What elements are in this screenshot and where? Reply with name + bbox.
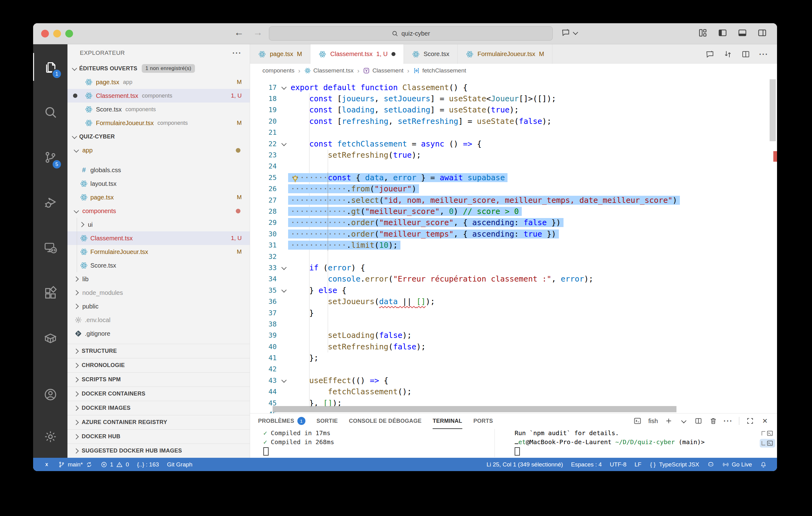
panel-tab-terminal[interactable]: TERMINAL: [433, 413, 462, 429]
lightbulb-icon[interactable]: [291, 174, 300, 183]
tree-item-layout-tsx[interactable]: layout.tsx: [67, 177, 250, 190]
tab-formulairejoueur-tsx[interactable]: FormulaireJoueur.tsxM: [458, 44, 552, 64]
tree-item-page-tsx[interactable]: page.tsxM: [67, 190, 250, 204]
sidebar-section-docker-containers[interactable]: DOCKER CONTAINERS: [67, 386, 250, 401]
status-go-live[interactable]: Go Live: [718, 458, 756, 471]
status-git-branch[interactable]: main*: [54, 458, 96, 471]
activity-remote-explorer[interactable]: [33, 225, 67, 270]
terminal-instance-active[interactable]: [760, 439, 775, 447]
editor-action-more-icon[interactable]: ···: [759, 50, 768, 59]
breadcrumb-classement-tsx[interactable]: Classement.tsx: [304, 67, 354, 74]
fold-gutter[interactable]: [277, 85, 291, 89]
tree-item-public[interactable]: public: [67, 299, 250, 313]
tab-page-tsx[interactable]: page.tsxM: [250, 44, 310, 64]
breadcrumb-fetchclassement[interactable]: fetchClassement: [413, 67, 466, 74]
status-encoding[interactable]: UTF-8: [606, 458, 631, 471]
more-actions-icon[interactable]: ···: [232, 49, 242, 57]
terminal[interactable]: ✓Compiled in 17ms✓Compiled in 268ms Run …: [250, 428, 777, 458]
tree-item-favicon-ico[interactable]: favicon.ico: [67, 157, 250, 163]
tab-score-tsx[interactable]: Score.tsx: [404, 44, 458, 64]
command-center-search[interactable]: quiz-cyber: [269, 26, 553, 40]
open-editor-page-tsx[interactable]: page.tsxappM: [67, 75, 250, 89]
vertical-scrollbar[interactable]: [770, 79, 776, 141]
activity-search[interactable]: [33, 89, 67, 135]
tree-item-node-modules[interactable]: node_modules: [67, 286, 250, 299]
panel-tab-ports[interactable]: PORTS: [473, 413, 493, 429]
status-problems-status[interactable]: 10: [96, 458, 133, 471]
panel-more-icon[interactable]: ···: [724, 417, 732, 425]
tree-item-score-tsx[interactable]: Score.tsx: [67, 259, 250, 272]
status-cursor-position[interactable]: Li 25, Col 1 (349 sélectionné): [483, 458, 567, 471]
code-editor[interactable]: 17export default function Classement() {…: [250, 77, 777, 413]
tree-item-globals-css[interactable]: #globals.css: [67, 163, 250, 177]
panel-tab-debug-console[interactable]: CONSOLE DE DÉBOGAGE: [349, 413, 422, 429]
activity-explorer[interactable]: 1: [33, 44, 67, 89]
panel-close-icon[interactable]: ×: [761, 417, 769, 425]
tree-item-components[interactable]: components: [67, 204, 250, 218]
status-language-mode[interactable]: { }TypeScript JSX: [645, 458, 703, 471]
panel-split-icon[interactable]: [694, 417, 702, 425]
status-copilot-status[interactable]: [703, 458, 718, 471]
fold-gutter[interactable]: [277, 379, 291, 382]
panel-plus-icon[interactable]: [665, 417, 673, 425]
toggle-secondary-sidebar-icon[interactable]: [757, 28, 767, 38]
activity-settings[interactable]: [33, 416, 67, 458]
open-editor-formulairejoueur-tsx[interactable]: FormulaireJoueur.tsxcomponentsM: [67, 116, 250, 130]
toggle-panel-icon[interactable]: [737, 28, 747, 38]
sidebar-section-suggested-docker-hub-images[interactable]: SUGGESTED DOCKER HUB IMAGES: [67, 443, 250, 458]
status-indentation[interactable]: Espaces : 4: [567, 458, 606, 471]
editor-action-chat-icon[interactable]: [705, 50, 715, 59]
toggle-primary-sidebar-icon[interactable]: [718, 28, 727, 38]
tree-item-classement-tsx[interactable]: Classement.tsx1, U: [67, 232, 250, 245]
status-eol[interactable]: LF: [630, 458, 645, 471]
tree-item-lib[interactable]: lib: [67, 272, 250, 286]
sidebar-section-structure[interactable]: STRUCTURE: [67, 344, 250, 358]
editor-action-compare-icon[interactable]: [723, 50, 732, 59]
sidebar-section-docker-hub[interactable]: DOCKER HUB: [67, 429, 250, 443]
zoom-button[interactable]: [65, 30, 73, 37]
activity-source-control[interactable]: 5: [33, 135, 67, 180]
open-editor-score-tsx[interactable]: Score.tsxcomponents: [67, 103, 250, 116]
open-editor-classement-tsx[interactable]: Classement.tsxcomponents1, U: [67, 89, 250, 103]
sidebar-section-azure-container-registry[interactable]: AZURE CONTAINER REGISTRY: [67, 415, 250, 429]
close-button[interactable]: [41, 30, 49, 37]
tree-item-env-local[interactable]: .env.local: [67, 313, 250, 327]
breadcrumb-components[interactable]: components: [262, 67, 295, 74]
tab-classement-tsx[interactable]: Classement.tsx1, U: [310, 44, 404, 64]
sidebar-section-chronologie[interactable]: CHRONOLOGIE: [67, 358, 250, 372]
activity-run-debug[interactable]: [33, 180, 67, 225]
panel-trash-icon[interactable]: [709, 417, 717, 425]
panel-tab-output[interactable]: SORTIE: [317, 413, 338, 429]
editor-action-split-icon[interactable]: [741, 50, 750, 59]
customize-layout-icon[interactable]: [698, 28, 708, 38]
status-remote-indicator[interactable]: [39, 458, 54, 471]
activity-account[interactable]: [33, 374, 67, 416]
minimize-button[interactable]: [53, 30, 61, 37]
tree-item-app[interactable]: app: [67, 143, 250, 157]
panel-tab-problems[interactable]: PROBLÈMES1: [258, 413, 306, 429]
back-icon[interactable]: ←: [234, 27, 244, 38]
tree-item-gitignore[interactable]: .gitignore: [67, 327, 250, 341]
status-notifications[interactable]: [756, 458, 771, 471]
status-git-graph[interactable]: Git Graph: [163, 458, 197, 471]
tree-item-formulairejoueur-tsx[interactable]: FormulaireJoueur.tsxM: [67, 245, 250, 259]
activity-docker[interactable]: [33, 316, 67, 361]
copilot-menu[interactable]: [561, 28, 577, 37]
open-editors-header[interactable]: ÉDITEURS OUVERTS 1 non enregistré(s): [67, 62, 250, 75]
shell-label[interactable]: fish: [648, 417, 658, 425]
breadcrumb-classement[interactable]: Classement: [363, 67, 403, 74]
sidebar-section-docker-images[interactable]: DOCKER IMAGES: [67, 401, 250, 415]
status-todo-counter[interactable]: {..} : 163: [133, 458, 163, 471]
fold-gutter[interactable]: [277, 288, 291, 292]
panel-chevron-down-icon[interactable]: [679, 417, 688, 425]
project-header[interactable]: QUIZ-CYBER: [67, 130, 250, 143]
horizontal-scrollbar[interactable]: [272, 406, 676, 412]
panel-maximize-icon[interactable]: [746, 417, 754, 425]
terminal-instance[interactable]: [760, 429, 775, 438]
activity-extensions[interactable]: [33, 270, 67, 316]
tree-item-ui[interactable]: ui: [67, 218, 250, 232]
terminal-split-divider[interactable]: [494, 429, 495, 457]
fold-gutter[interactable]: [277, 266, 291, 269]
fold-gutter[interactable]: [277, 142, 291, 145]
sidebar-section-scripts-npm[interactable]: SCRIPTS NPM: [67, 372, 250, 386]
